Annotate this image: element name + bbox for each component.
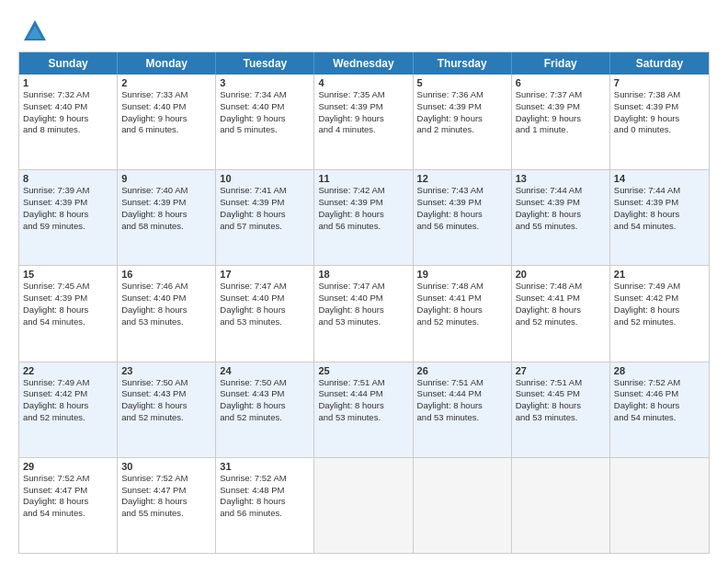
cell-line: Daylight: 8 hours (23, 209, 113, 221)
calendar-cell: 27Sunrise: 7:51 AMSunset: 4:45 PMDayligh… (512, 362, 610, 457)
cell-line: and 52 minutes. (417, 316, 507, 328)
cell-line: Daylight: 9 hours (318, 113, 408, 125)
cell-line: Daylight: 8 hours (220, 400, 310, 412)
cell-line: Sunrise: 7:52 AM (121, 473, 211, 485)
calendar-cell: 7Sunrise: 7:38 AMSunset: 4:39 PMDaylight… (610, 75, 709, 169)
calendar-cell: 22Sunrise: 7:49 AMSunset: 4:42 PMDayligh… (19, 362, 118, 457)
cell-line: Sunset: 4:44 PM (318, 388, 408, 400)
calendar: SundayMondayTuesdayWednesdayThursdayFrid… (18, 52, 710, 554)
calendar-cell: 29Sunrise: 7:52 AMSunset: 4:47 PMDayligh… (19, 458, 118, 553)
day-number: 10 (220, 173, 310, 184)
cell-line: and 1 minute. (516, 124, 606, 136)
cell-line: Sunrise: 7:49 AM (23, 377, 113, 389)
cell-line: Sunrise: 7:33 AM (121, 89, 211, 101)
cell-line: Sunset: 4:39 PM (516, 101, 606, 113)
cell-line: Sunrise: 7:40 AM (121, 185, 211, 197)
cell-line: Sunset: 4:47 PM (23, 485, 113, 497)
cell-line: Sunrise: 7:43 AM (417, 185, 507, 197)
day-number: 20 (516, 269, 606, 280)
day-number: 9 (121, 173, 211, 184)
day-number: 30 (121, 461, 211, 472)
header (18, 15, 710, 44)
cell-line: Sunset: 4:48 PM (220, 485, 310, 497)
cell-line: Daylight: 8 hours (417, 400, 507, 412)
calendar-cell: 1Sunrise: 7:32 AMSunset: 4:40 PMDaylight… (19, 75, 118, 169)
cell-line: and 53 minutes. (417, 412, 507, 424)
calendar-row: 8Sunrise: 7:39 AMSunset: 4:39 PMDaylight… (19, 170, 709, 266)
day-number: 21 (614, 269, 705, 280)
cell-line: Daylight: 8 hours (23, 304, 113, 316)
calendar-cell: 28Sunrise: 7:52 AMSunset: 4:46 PMDayligh… (610, 362, 709, 457)
day-number: 24 (220, 365, 310, 376)
cell-line: Daylight: 8 hours (516, 209, 606, 221)
cell-line: Sunrise: 7:42 AM (318, 185, 408, 197)
cell-line: and 57 minutes. (220, 221, 310, 233)
cell-line: and 56 minutes. (417, 221, 507, 233)
cell-line: Sunset: 4:45 PM (516, 388, 606, 400)
cell-line: Sunset: 4:41 PM (516, 293, 606, 304)
cell-line: Sunrise: 7:51 AM (417, 377, 507, 389)
calendar-cell: 2Sunrise: 7:33 AMSunset: 4:40 PMDaylight… (118, 75, 216, 169)
cell-line: Sunset: 4:46 PM (614, 388, 705, 400)
calendar-cell: 5Sunrise: 7:36 AMSunset: 4:39 PMDaylight… (414, 75, 512, 169)
day-number: 23 (121, 365, 211, 376)
cell-line: Sunset: 4:39 PM (516, 197, 606, 209)
calendar-cell: 26Sunrise: 7:51 AMSunset: 4:44 PMDayligh… (414, 362, 512, 457)
cell-line: Sunset: 4:40 PM (23, 101, 113, 113)
header-day-monday: Monday (118, 52, 216, 75)
cell-line: Sunset: 4:40 PM (220, 101, 310, 113)
cell-line: Sunrise: 7:38 AM (614, 89, 705, 101)
day-number: 28 (614, 365, 705, 376)
cell-line: and 54 minutes. (23, 508, 113, 520)
cell-line: Daylight: 8 hours (417, 209, 507, 221)
cell-line: and 56 minutes. (220, 508, 310, 520)
cell-line: and 53 minutes. (220, 316, 310, 328)
calendar-cell: 11Sunrise: 7:42 AMSunset: 4:39 PMDayligh… (314, 170, 413, 265)
cell-line: Sunrise: 7:50 AM (121, 377, 211, 389)
calendar-cell: 6Sunrise: 7:37 AMSunset: 4:39 PMDaylight… (512, 75, 610, 169)
cell-line: and 53 minutes. (121, 316, 211, 328)
day-number: 22 (23, 365, 113, 376)
cell-line: Daylight: 9 hours (516, 113, 606, 125)
cell-line: Sunset: 4:41 PM (417, 293, 507, 304)
cell-line: Daylight: 8 hours (220, 209, 310, 221)
day-number: 15 (23, 269, 113, 280)
cell-line: Daylight: 8 hours (121, 400, 211, 412)
cell-line: Sunset: 4:39 PM (220, 197, 310, 209)
calendar-cell: 19Sunrise: 7:48 AMSunset: 4:41 PMDayligh… (414, 266, 512, 361)
cell-line: and 6 minutes. (121, 124, 211, 136)
cell-line: Sunset: 4:40 PM (121, 101, 211, 113)
cell-line: Sunrise: 7:46 AM (121, 281, 211, 293)
header-day-wednesday: Wednesday (314, 52, 413, 75)
day-number: 8 (23, 173, 113, 184)
cell-line: and 54 minutes. (614, 412, 705, 424)
calendar-row: 22Sunrise: 7:49 AMSunset: 4:42 PMDayligh… (19, 362, 709, 458)
cell-line: Sunrise: 7:52 AM (220, 473, 310, 485)
cell-line: Daylight: 8 hours (516, 400, 606, 412)
cell-line: and 52 minutes. (23, 412, 113, 424)
cell-line: Sunset: 4:39 PM (417, 197, 507, 209)
calendar-cell: 3Sunrise: 7:34 AMSunset: 4:40 PMDaylight… (216, 75, 314, 169)
cell-line: Sunrise: 7:52 AM (23, 473, 113, 485)
cell-line: Daylight: 8 hours (417, 304, 507, 316)
day-number: 29 (23, 461, 113, 472)
cell-line: Daylight: 9 hours (417, 113, 507, 125)
cell-line: and 4 minutes. (318, 124, 408, 136)
day-number: 17 (220, 269, 310, 280)
cell-line: Daylight: 8 hours (614, 209, 705, 221)
day-number: 4 (318, 77, 408, 88)
day-number: 31 (220, 461, 310, 472)
header-day-thursday: Thursday (414, 52, 512, 75)
calendar-cell: 16Sunrise: 7:46 AMSunset: 4:40 PMDayligh… (118, 266, 216, 361)
logo (18, 18, 48, 44)
cell-line: Sunset: 4:47 PM (121, 485, 211, 497)
cell-line: Sunrise: 7:51 AM (516, 377, 606, 389)
cell-line: and 55 minutes. (121, 508, 211, 520)
cell-line: and 53 minutes. (318, 316, 408, 328)
calendar-cell: 12Sunrise: 7:43 AMSunset: 4:39 PMDayligh… (414, 170, 512, 265)
calendar-cell (610, 458, 709, 553)
day-number: 6 (516, 77, 606, 88)
calendar-cell (512, 458, 610, 553)
cell-line: and 52 minutes. (516, 316, 606, 328)
cell-line: Sunrise: 7:47 AM (220, 281, 310, 293)
